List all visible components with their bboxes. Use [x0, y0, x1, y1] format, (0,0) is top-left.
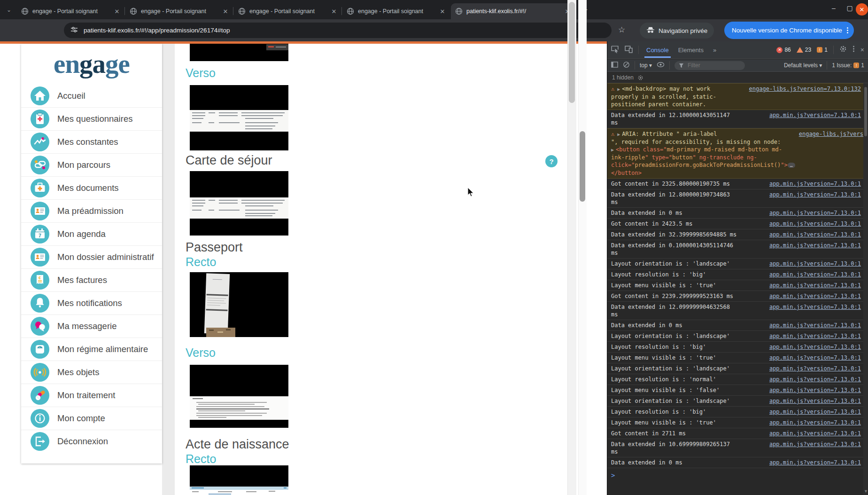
- source-link[interactable]: app.min.js?version=7.13.0:1: [769, 365, 861, 372]
- source-link[interactable]: app.min.js?version=7.13.0:1: [769, 459, 861, 466]
- sidebar-item-mon-compte[interactable]: Mon compte: [21, 407, 162, 430]
- sidebar-item-mon-agenda[interactable]: 7Mon agenda: [21, 222, 162, 245]
- source-link[interactable]: app.min.js?version=7.13.0:1: [769, 260, 861, 267]
- browser-tab[interactable]: engage - Portail soignant✕: [17, 3, 124, 19]
- close-window-button[interactable]: ✕: [856, 3, 868, 16]
- sidebar-item-accueil[interactable]: Accueil: [21, 84, 162, 107]
- help-icon[interactable]: ?: [545, 155, 558, 167]
- page-scrollbar[interactable]: [578, 0, 587, 495]
- logout-icon: [31, 432, 49, 451]
- source-link[interactable]: app.min.js?version=7.13.0:1: [769, 242, 861, 249]
- filter-input[interactable]: [687, 62, 736, 69]
- source-link[interactable]: app.min.js?version=7.13.0:1: [769, 180, 861, 188]
- document-thumbnail[interactable]: [190, 171, 288, 236]
- tab-console[interactable]: Console: [644, 42, 671, 58]
- error-count[interactable]: ✕86: [776, 47, 790, 53]
- live-expression-eye-icon[interactable]: [657, 61, 665, 70]
- issues-link[interactable]: 1 Issue:!1: [832, 62, 864, 69]
- source-link[interactable]: app.min.js?version=7.13.0:1: [769, 303, 861, 311]
- restore-button[interactable]: ▢: [845, 4, 855, 12]
- console-filter[interactable]: [674, 61, 745, 70]
- source-link[interactable]: app.min.js?version=7.13.0:1: [769, 419, 861, 426]
- sidebar-item-mon-parcours[interactable]: Mon parcours: [21, 153, 162, 176]
- source-link[interactable]: app.min.js?version=7.13.0:1: [769, 231, 861, 238]
- sidebar-item-mon-regime-alimentaire[interactable]: Mon régime alimentaire: [21, 338, 162, 361]
- source-link[interactable]: app.min.js?version=7.13.0:1: [769, 376, 861, 383]
- source-link[interactable]: app.min.js?version=7.13.0:1: [769, 430, 861, 437]
- tab-close-icon[interactable]: ✕: [114, 8, 120, 15]
- tab-close-icon[interactable]: ✕: [331, 8, 337, 15]
- source-link[interactable]: app.min.js?version=7.13.0:1: [769, 209, 861, 217]
- tab-close-icon[interactable]: ✕: [222, 8, 229, 15]
- document-thumbnail[interactable]: [190, 272, 288, 337]
- console-prompt[interactable]: >: [607, 468, 864, 482]
- sidebar-item-mon-dossier-administratif[interactable]: Mon dossier administratif: [21, 245, 162, 268]
- sidebar-item-mes-notifications[interactable]: Mes notifications: [21, 291, 162, 314]
- site-settings-icon[interactable]: [70, 26, 78, 35]
- sidebar-item-mes-factures[interactable]: €Mes factures: [21, 268, 162, 291]
- sidebar-item-mes-documents[interactable]: Mes documents: [21, 176, 162, 199]
- warning-count[interactable]: 23: [797, 47, 811, 53]
- browser-menu-icon[interactable]: [847, 27, 848, 33]
- source-link[interactable]: app.min.js?version=7.13.0:1: [769, 282, 861, 289]
- clear-console-icon[interactable]: [623, 61, 630, 70]
- source-link[interactable]: app.min.js?version=7.13.0:1: [769, 408, 861, 416]
- source-link[interactable]: app.min.js?version=7.13.0:1: [769, 354, 861, 361]
- source-link[interactable]: app.min.js?version=7.13.0:1: [769, 220, 861, 228]
- devtools-close-icon[interactable]: ×: [860, 46, 864, 54]
- sidebar-item-mon-traitement[interactable]: Mon traitement: [21, 384, 162, 407]
- source-link[interactable]: app.min.js?version=7.13.0:1: [769, 332, 861, 340]
- expand-caret-icon[interactable]: ▶: [617, 86, 620, 92]
- incognito-badge[interactable]: Navigation privée: [640, 23, 714, 39]
- source-link[interactable]: app.min.js?version=7.13.0:1: [769, 322, 861, 329]
- sidebar-item-ma-preadmission[interactable]: Ma préadmission: [21, 199, 162, 222]
- hidden-settings-icon[interactable]: [637, 75, 643, 81]
- source-link[interactable]: app.min.js?version=7.13.0:1: [769, 111, 861, 119]
- document-thumbnail[interactable]: [190, 85, 288, 150]
- devtools-scrollbar[interactable]: ▼: [863, 83, 868, 495]
- issue-count-badge[interactable]: !1: [817, 47, 828, 53]
- devtools-settings-icon[interactable]: [839, 45, 847, 55]
- tab-close-icon[interactable]: ✕: [439, 8, 446, 15]
- source-link[interactable]: app.min.js?version=7.13.0:1: [769, 397, 861, 405]
- tab-search-chevron-icon[interactable]: ⌄: [4, 5, 14, 15]
- document-thumbnail[interactable]: [190, 44, 288, 61]
- content-scrollbar[interactable]: [567, 0, 576, 495]
- minimize-button[interactable]: –: [829, 4, 839, 12]
- sidebar-item-mes-objets[interactable]: Mes objets: [21, 361, 162, 384]
- bookmark-star-icon[interactable]: ☆: [618, 25, 625, 35]
- document-thumbnail[interactable]: [190, 365, 288, 428]
- case-icon: [31, 179, 49, 197]
- source-link[interactable]: app.min.js?version=7.13.0:1: [769, 343, 861, 351]
- source-link[interactable]: engage-libs.js?version=7.13.0:132: [799, 130, 864, 138]
- source-link[interactable]: app.min.js?version=7.13.0:1: [769, 191, 861, 198]
- url-text[interactable]: patients-klif.exolis.fr/#!/app/preadmiss…: [84, 27, 230, 34]
- source-link[interactable]: app.min.js?version=7.13.0:1: [769, 386, 861, 394]
- sidebar-item-ma-messagerie[interactable]: Ma messagerie: [21, 314, 162, 338]
- chrome-update-button[interactable]: Nouvelle version de Chrome disponible: [724, 22, 854, 39]
- browser-tab[interactable]: engage - Portail soignant✕: [125, 3, 233, 19]
- more-tabs-icon[interactable]: »: [711, 42, 718, 58]
- console-sidebar-icon[interactable]: [611, 61, 618, 70]
- browser-tab[interactable]: engage - Portail soignant✕: [234, 3, 341, 19]
- device-toolbar-icon[interactable]: [625, 45, 633, 55]
- expand-caret-icon[interactable]: ▶: [617, 132, 620, 137]
- source-link[interactable]: app.min.js?version=7.13.0:1: [769, 292, 861, 300]
- console-html-node[interactable]: ▶<button class="md-primary md-raised md-…: [611, 146, 795, 177]
- sidebar-item-mes-constantes[interactable]: Mes constantes: [21, 130, 162, 153]
- url-bar[interactable]: patients-klif.exolis.fr/#!/app/preadmiss…: [64, 23, 612, 38]
- inspect-element-icon[interactable]: [611, 45, 619, 55]
- devtools-menu-icon[interactable]: [852, 45, 855, 55]
- browser-tab[interactable]: engage - Portail soignant✕: [342, 3, 450, 19]
- document-thumbnail[interactable]: [190, 465, 288, 495]
- browser-tab[interactable]: patients-klif.exolis.fr/#!/✕: [451, 3, 575, 19]
- context-selector[interactable]: top ▾: [640, 62, 652, 69]
- log-levels-selector[interactable]: Default levels ▾: [784, 62, 822, 69]
- sidebar-item-mes-questionnaires[interactable]: Mes questionnaires: [21, 107, 162, 130]
- source-link[interactable]: app.min.js?version=7.13.0:1: [769, 271, 861, 278]
- source-link[interactable]: app.min.js?version=7.13.0:1: [769, 440, 861, 448]
- sidebar-item-deconnexion[interactable]: Déconnexion: [21, 430, 162, 453]
- tab-elements[interactable]: Elements: [676, 42, 705, 58]
- source-link[interactable]: engage-libs.js?version=7.13.0:132: [749, 85, 861, 93]
- sidebar-item-label: Mes constantes: [57, 137, 118, 147]
